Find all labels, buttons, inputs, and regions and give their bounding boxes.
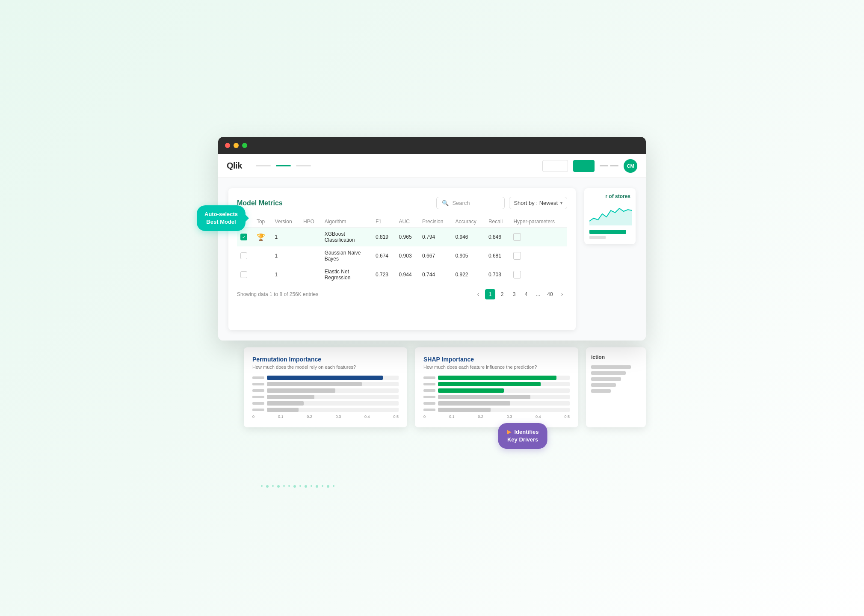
shap-panel: SHAP Importance How much does each featu… [415, 347, 578, 427]
col-accuracy: Accuracy [452, 216, 485, 228]
table-header-row: Top Version HPO Algorithm F1 AUC Precisi… [237, 216, 567, 228]
row3-hyper [510, 265, 567, 284]
bar-container [267, 401, 399, 406]
page-btn-1[interactable]: 1 [485, 289, 495, 299]
bar-label [423, 383, 435, 385]
auto-select-text: Auto-selectsBest Model [204, 211, 238, 225]
row2-empty-icon [253, 246, 272, 265]
col-hyperparams: Hyper-parameters [510, 216, 567, 228]
nav-right-line-1 [600, 165, 608, 166]
bar-fill [267, 408, 299, 412]
bar-container [438, 395, 570, 399]
identifies-drivers-text: IdentifiesKey Drivers [507, 429, 539, 443]
col-precision: Precision [419, 216, 452, 228]
stores-chart-panel: r of stores [584, 188, 636, 244]
nav-line-2 [296, 165, 311, 166]
row2-accuracy: 0.905 [452, 246, 485, 265]
bar-container [267, 376, 399, 380]
page-prev-btn[interactable]: ‹ [473, 289, 483, 299]
permutation-bar-chart [252, 376, 399, 412]
row1-accuracy: 0.946 [452, 228, 485, 247]
bar-fill [438, 401, 510, 406]
col-version: Version [272, 216, 300, 228]
row1-hyper-checkbox[interactable] [513, 233, 521, 241]
page-next-btn[interactable]: › [557, 289, 567, 299]
nav-green-button[interactable] [573, 160, 595, 172]
bar-container [267, 388, 399, 393]
page-btn-2[interactable]: 2 [497, 289, 507, 299]
row2-precision: 0.667 [419, 246, 452, 265]
page-btn-4[interactable]: 4 [521, 289, 531, 299]
panel-header: Model Metrics 🔍 Search Short by : Newest… [237, 197, 567, 209]
page-btn-40[interactable]: 40 [545, 289, 555, 299]
row2-hyper [510, 246, 567, 265]
page-btn-3[interactable]: 3 [509, 289, 519, 299]
bar-fill [438, 376, 556, 380]
row1-checkbox[interactable]: ✓ [240, 234, 247, 240]
nav-input-box[interactable] [542, 160, 568, 172]
traffic-light-red[interactable] [225, 143, 230, 148]
page-buttons: ‹ 1 2 3 4 ... 40 › [473, 289, 567, 299]
search-box[interactable]: 🔍 Search [436, 197, 505, 209]
row3-recall: 0.703 [485, 265, 510, 284]
row3-hpo [300, 265, 321, 284]
sort-label: Short by : Newest [514, 200, 558, 206]
bar-fill [438, 408, 491, 412]
row1-hyper [510, 228, 567, 247]
bar-label [252, 383, 264, 385]
pagination-showing: Showing data 1 to 8 of 256K entries [237, 291, 318, 297]
prediction-title: iction [591, 354, 641, 360]
auto-select-callout: Auto-selectsBest Model [197, 205, 246, 231]
avatar[interactable]: CM [624, 159, 637, 173]
bar-fill [267, 376, 383, 380]
table-row: 1 Gaussian NaiveBayes 0.674 0.903 0.667 … [237, 246, 567, 265]
bar-row [423, 408, 570, 412]
row3-checkbox[interactable] [240, 271, 247, 278]
nav-lines [249, 165, 536, 166]
stores-green-bar [589, 230, 626, 234]
bar-label [252, 389, 264, 392]
pred-bar-1 [591, 365, 631, 369]
row3-checkbox-cell [237, 265, 253, 284]
permutation-subtitle: How much does the model rely on each fea… [252, 364, 399, 370]
metrics-table: Top Version HPO Algorithm F1 AUC Precisi… [237, 216, 567, 284]
col-top-label: Top [253, 216, 272, 228]
row2-hpo [300, 246, 321, 265]
page-btn-ellipsis: ... [533, 289, 543, 299]
panel-title: Model Metrics [237, 199, 283, 207]
nav-line-1 [256, 165, 271, 166]
bar-row [423, 382, 570, 386]
shap-title: SHAP Importance [423, 356, 570, 363]
row2-checkbox[interactable] [240, 252, 247, 259]
sparkline-chart [589, 202, 632, 225]
bar-fill [267, 388, 335, 393]
bar-row [423, 376, 570, 380]
traffic-light-green[interactable] [242, 143, 247, 148]
bar-row [423, 388, 570, 393]
prediction-panel: iction [586, 347, 646, 427]
bar-fill [267, 401, 304, 406]
permutation-axis: 00.10.20.30.40.5 [252, 415, 399, 419]
row2-recall: 0.681 [485, 246, 510, 265]
bar-fill [438, 395, 530, 399]
decorative-dots [261, 485, 603, 488]
bar-label [252, 402, 264, 405]
col-algorithm: Algorithm [321, 216, 372, 228]
row1-algorithm: XGBoostClassification [321, 228, 372, 247]
stores-gray-bar [589, 236, 606, 239]
bar-fill [438, 382, 541, 386]
bar-row [423, 401, 570, 406]
identifies-drivers-callout: ▶ IdentifiesKey Drivers [498, 423, 547, 449]
col-hpo: HPO [300, 216, 321, 228]
bar-container [438, 388, 570, 393]
bar-container [438, 382, 570, 386]
row3-empty-icon [253, 265, 272, 284]
row3-hyper-checkbox[interactable] [513, 271, 521, 278]
row2-hyper-checkbox[interactable] [513, 252, 521, 260]
bar-label [423, 402, 435, 405]
search-placeholder: Search [452, 200, 470, 206]
traffic-light-yellow[interactable] [234, 143, 239, 148]
nav-right: CM [542, 159, 637, 173]
metrics-panel: Model Metrics 🔍 Search Short by : Newest… [228, 188, 576, 330]
sort-dropdown[interactable]: Short by : Newest ▾ [509, 197, 567, 209]
